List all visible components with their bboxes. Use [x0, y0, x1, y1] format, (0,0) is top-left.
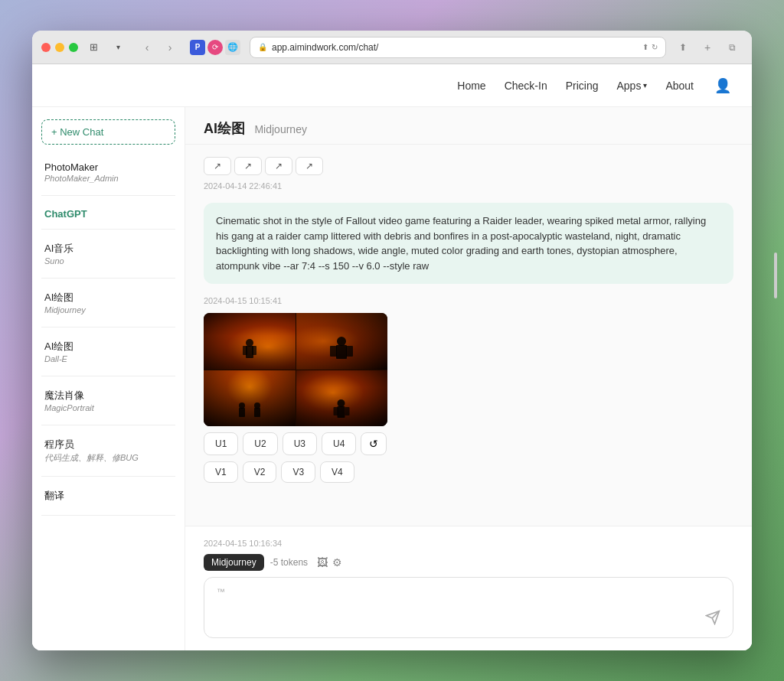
u3-button[interactable]: U3 [283, 432, 317, 455]
svg-rect-13 [338, 406, 345, 418]
sidebar-item-photomaker-sub: PhotoMaker_Admin [44, 174, 172, 183]
sidebar-item-programmer[interactable]: 程序员 代码生成、解释、修BUG [41, 433, 175, 468]
timestamp-3: 2024-04-15 10:16:34 [204, 539, 282, 548]
sidebar-item-ai-draw-mj[interactable]: AI绘图 Midjourney [41, 286, 175, 319]
chat-input-box[interactable]: ™ [204, 577, 733, 638]
back-button[interactable]: ‹ [136, 37, 158, 58]
nav-checkin[interactable]: Check-In [505, 80, 547, 92]
settings-icon[interactable]: ⚙ [332, 556, 342, 569]
svg-point-12 [338, 399, 345, 407]
sidebar-item-ai-music[interactable]: AI音乐 Suno [41, 237, 175, 270]
nav-buttons: ‹ › [136, 37, 181, 58]
v1-button[interactable]: V1 [204, 461, 238, 483]
sidebar-programmer-sub: 代码生成、解释、修BUG [44, 452, 172, 464]
ext-icon-1[interactable]: P [190, 40, 205, 55]
refresh-button[interactable]: ↺ [361, 432, 387, 455]
page-content: Home Check-In Pricing Apps ▾ About 👤 + N… [32, 64, 752, 650]
sidebar-ai-draw-dalle-sub: Dall-E [44, 354, 172, 363]
maximize-button[interactable] [69, 43, 78, 52]
u1-button[interactable]: U1 [204, 432, 238, 455]
tab-btn-2[interactable]: ↗ [234, 157, 262, 175]
close-button[interactable] [41, 43, 51, 52]
sidebar-magic-portrait-title: 魔法肖像 [44, 389, 172, 402]
input-icons: 🖼 ⚙ [317, 556, 342, 569]
new-tab-button[interactable]: + [697, 37, 718, 58]
sidebar-item-photomaker-title: PhotoMaker [44, 161, 172, 173]
tab-btn-1[interactable]: ↗ [204, 157, 231, 175]
sidebar-ai-draw-dalle-title: AI绘图 [44, 340, 172, 354]
v-buttons-row: V1 V2 V3 V4 [204, 461, 387, 483]
send-button[interactable] [702, 607, 724, 628]
token-info: -5 tokens [270, 557, 308, 568]
chat-title: AI绘图 [204, 121, 245, 136]
image-icon[interactable]: 🖼 [317, 556, 328, 569]
svg-point-8 [239, 402, 245, 409]
chat-messages[interactable]: ↗ ↗ ↗ ↗ 2024-04-14 22:46:41 Cinematic sh… [185, 145, 752, 526]
new-chat-button[interactable]: + New Chat [41, 119, 175, 145]
sidebar-divider-3 [41, 278, 175, 279]
sidebar-divider-2 [41, 229, 175, 230]
sidebar-item-photomaker[interactable]: PhotoMaker PhotoMaker_Admin [41, 157, 175, 187]
sidebar-divider-8 [41, 515, 175, 516]
extension-icons: P ⟳ 🌐 [190, 40, 240, 55]
svg-rect-2 [243, 346, 247, 355]
tab-btn-4[interactable]: ↗ [296, 157, 323, 175]
forward-button[interactable]: › [159, 37, 181, 58]
chevron-down-icon: ▾ [643, 81, 647, 90]
v4-button[interactable]: V4 [320, 461, 354, 483]
nav-home[interactable]: Home [457, 80, 485, 92]
generated-image [204, 313, 387, 426]
ai-response: 2024-04-15 10:15:41 [204, 296, 733, 483]
address-actions: ⬆ ↻ [642, 43, 658, 51]
sidebar-ai-music-title: AI音乐 [44, 242, 172, 256]
sidebar-ai-music-sub: Suno [44, 256, 172, 266]
tab-overview-button[interactable]: ⧉ [721, 37, 743, 58]
input-header: 2024-04-15 10:16:34 [204, 539, 733, 548]
top-nav: Home Check-In Pricing Apps ▾ About 👤 [32, 64, 752, 107]
svg-point-4 [337, 337, 346, 346]
minimize-button[interactable] [55, 43, 64, 52]
model-badge[interactable]: Midjourney [204, 554, 264, 571]
share-button[interactable]: ⬆ [672, 37, 694, 58]
sidebar-divider-6 [41, 425, 175, 425]
chevron-down-icon[interactable]: ▾ [109, 38, 127, 57]
v3-button[interactable]: V3 [281, 461, 315, 483]
u2-button[interactable]: U2 [243, 432, 277, 455]
timestamp-2: 2024-04-15 10:15:41 [204, 296, 733, 305]
sidebar-divider-4 [41, 327, 175, 327]
toolbar-right: ⬆ + ⧉ [672, 37, 743, 58]
sidebar-toggle-icon[interactable]: ⊞ [84, 38, 103, 57]
nav-apps[interactable]: Apps ▾ [616, 80, 647, 92]
sidebar: + New Chat PhotoMaker PhotoMaker_Admin C… [32, 107, 185, 650]
ext-icon-3[interactable]: 🌐 [225, 40, 240, 55]
sidebar-divider-1 [41, 195, 175, 196]
ext-icon-2[interactable]: ⟳ [207, 40, 223, 55]
svg-point-0 [246, 339, 253, 347]
sidebar-item-translate[interactable]: 翻译 [41, 484, 175, 507]
chat-input-area: 2024-04-15 10:16:34 Midjourney -5 tokens… [185, 526, 752, 650]
nav-pricing[interactable]: Pricing [566, 80, 599, 92]
tab-btn-3[interactable]: ↗ [265, 157, 292, 175]
svg-point-10 [254, 402, 260, 409]
sidebar-item-magic-portrait[interactable]: 魔法肖像 MagicPortrait [41, 384, 175, 417]
traffic-lights [41, 43, 78, 52]
svg-rect-3 [252, 346, 256, 355]
nav-about[interactable]: About [665, 80, 694, 92]
sidebar-item-ai-draw-dalle[interactable]: AI绘图 Dall-E [41, 335, 175, 368]
sidebar-ai-draw-mj-sub: Midjourney [44, 305, 172, 314]
user-icon[interactable]: 👤 [712, 75, 733, 96]
svg-rect-14 [334, 407, 338, 415]
v2-button[interactable]: V2 [243, 461, 277, 483]
sidebar-chatgpt-section: ChatGPT [41, 204, 175, 221]
input-tm-text: ™ [217, 587, 225, 596]
svg-rect-11 [254, 408, 260, 417]
browser-window: ⊞ ▾ ‹ › P ⟳ 🌐 🔒 app.aimindwork.com/chat/… [32, 31, 752, 650]
sidebar-divider-5 [41, 376, 175, 376]
address-bar[interactable]: 🔒 app.aimindwork.com/chat/ ⬆ ↻ [250, 37, 666, 58]
u-buttons-row: U1 U2 U3 U4 ↺ [204, 432, 387, 455]
sidebar-translate-title: 翻译 [44, 489, 172, 503]
lock-icon: 🔒 [258, 43, 267, 51]
u4-button[interactable]: U4 [322, 432, 356, 455]
svg-rect-6 [330, 346, 337, 357]
refresh-icon[interactable]: ↻ [652, 43, 658, 51]
